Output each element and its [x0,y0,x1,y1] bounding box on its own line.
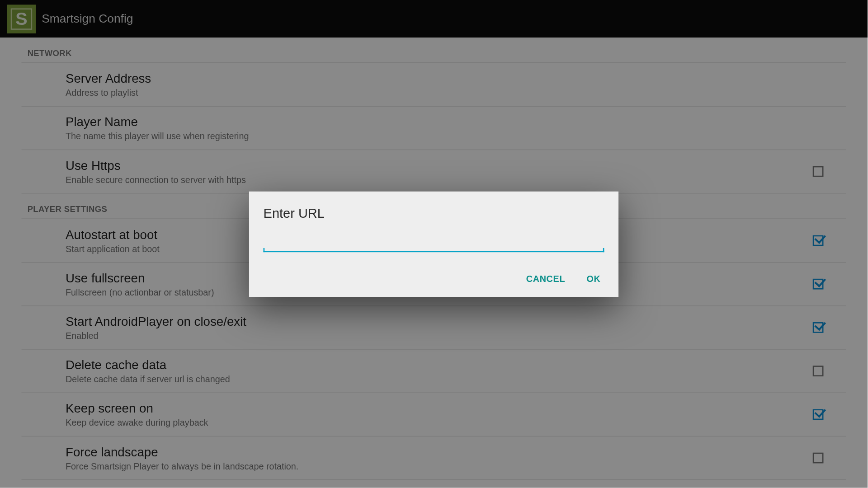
enter-url-dialog: Enter URL CANCEL OK [249,191,618,296]
url-input[interactable] [264,236,604,252]
ok-button[interactable]: OK [587,273,601,283]
cancel-button[interactable]: CANCEL [526,273,565,283]
dialog-title: Enter URL [264,206,604,221]
